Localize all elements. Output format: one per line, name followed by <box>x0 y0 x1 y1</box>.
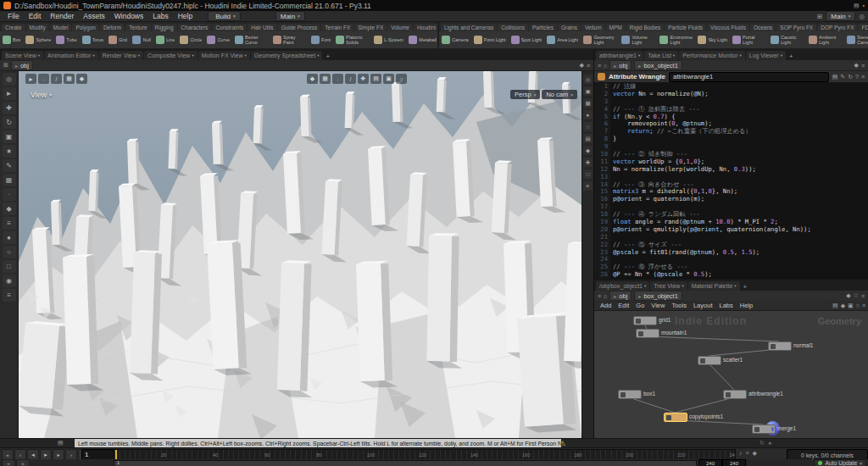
code-line[interactable]: 14// --- ③ 向き合わせ --- <box>594 181 868 189</box>
lighting-icon[interactable]: ○ <box>583 122 593 131</box>
code-line[interactable]: 24 <box>594 256 868 264</box>
shelf-tool[interactable]: Environment Light <box>657 32 695 47</box>
network-menu-item[interactable]: Tools <box>668 302 690 309</box>
shelf-tool[interactable]: Bezier Curve <box>232 32 270 47</box>
menu-item[interactable]: Edit <box>25 12 46 20</box>
snap-grid-icon[interactable]: ▦ <box>3 174 16 186</box>
wireframe-icon[interactable]: ▦ <box>583 98 593 108</box>
shelf-tab[interactable]: Terrain FX <box>321 24 353 31</box>
shelf-tab[interactable]: Houdini Agent <box>414 24 437 31</box>
settings-icon[interactable]: ≡ <box>3 289 16 302</box>
shelf-tab[interactable]: FDM <box>858 24 868 31</box>
menu-item[interactable]: Windows <box>110 12 147 20</box>
code-line[interactable]: 25// --- ⑥ 浮かせる --- <box>594 264 868 271</box>
help-icon[interactable]: ? <box>855 74 859 80</box>
shelf-tab[interactable]: Particles <box>529 24 557 31</box>
pane-tab[interactable]: Material Palette▾ <box>688 281 740 291</box>
shelf-tab[interactable]: MPM <box>606 24 626 31</box>
pane-tab[interactable]: Geometry Spreadsheet▾ <box>251 51 323 60</box>
pane-tab[interactable]: Take List▾ <box>644 51 678 60</box>
menu-icon[interactable]: ≡ <box>861 74 865 80</box>
shelf-tab[interactable]: Guide Process <box>278 24 321 31</box>
select-edges-icon[interactable]: / <box>51 74 62 84</box>
shelf-tab[interactable]: Viscous Fluids <box>707 24 749 31</box>
network-node[interactable] <box>768 341 792 351</box>
shelf-tab[interactable]: Deform <box>100 24 125 31</box>
update-mode-selector[interactable]: Auto Update▾ <box>814 459 866 466</box>
shelf-tool[interactable]: Line <box>153 32 177 47</box>
scale-tool-icon[interactable]: ▣ <box>3 130 16 143</box>
desktop-selector[interactable]: Build▾ <box>208 11 241 21</box>
code-line[interactable]: 13 <box>594 174 868 181</box>
shelf-tool[interactable]: Volume Light <box>619 32 657 47</box>
view-menu[interactable]: View▾ <box>31 91 52 99</box>
network-node[interactable] <box>752 424 776 434</box>
code-line[interactable]: 3 <box>594 98 868 106</box>
network-node[interactable] <box>664 413 687 422</box>
shelf-tool[interactable]: Font <box>309 32 333 47</box>
code-editor-icon[interactable]: ✎ <box>840 74 845 80</box>
network-menu-item[interactable]: Layout <box>690 302 716 309</box>
code-line[interactable]: 7 return; // ←これ重要（下の処理止める） <box>594 128 868 136</box>
audio-icon[interactable]: ♪ <box>739 450 743 457</box>
node-name-field[interactable]: attribwrangle1 <box>669 72 829 82</box>
shelf-tool[interactable]: Geometry Light <box>581 32 619 47</box>
shelf-tab[interactable]: Volume <box>387 24 413 31</box>
find-icon[interactable]: ○ <box>856 302 860 308</box>
edge-snap-icon[interactable]: / <box>345 74 356 84</box>
options-icon[interactable]: ≡ <box>583 181 593 191</box>
frame-view-icon[interactable]: ▣ <box>583 86 593 96</box>
network-menu-item[interactable]: Help <box>737 302 756 309</box>
pane-tab[interactable]: Tree View▾ <box>650 281 687 291</box>
shelf-tool[interactable]: Camera <box>439 32 471 47</box>
shelf-tool[interactable]: Caustic Light <box>768 32 806 47</box>
layout-icon[interactable]: ▤ <box>854 3 860 9</box>
pin-icon[interactable]: ◆ <box>580 62 584 69</box>
light-icon[interactable]: ○ <box>3 246 16 258</box>
shelf-tool[interactable]: Tube <box>53 32 79 47</box>
render-icon[interactable]: ◉ <box>3 275 16 287</box>
vex-code-editor[interactable]: 1// 法線2vector Nn = normalize(@N);34// --… <box>593 83 868 280</box>
persp-view-selector[interactable]: Persp▾ <box>510 90 540 99</box>
code-line[interactable]: 6 removepoint(0, @ptnum); <box>594 120 868 128</box>
update-icon[interactable]: ↻ <box>760 440 765 447</box>
breadcrumb[interactable]: obj <box>11 60 33 70</box>
menu-item[interactable]: Labs <box>148 12 172 20</box>
image-plane-icon[interactable]: ▣ <box>383 74 394 84</box>
network-menu-item[interactable]: Edit <box>615 302 632 309</box>
shelf-tool[interactable]: Torus <box>80 32 106 47</box>
select-tool-icon[interactable]: ► <box>3 87 16 100</box>
code-line[interactable]: 23@pscale = fit01(rand(@ptnum), 0.5, 1.5… <box>594 249 868 257</box>
snap-point-icon[interactable]: ∙ <box>3 188 16 201</box>
options-icon[interactable]: ≡ <box>746 450 749 457</box>
shelf-tool[interactable]: Grid <box>106 32 130 47</box>
code-line[interactable]: 10// --- ② 傾き制御 --- <box>594 151 868 158</box>
root-icon[interactable]: ⌂ <box>604 63 607 69</box>
shelf-tool[interactable]: Spot Light <box>509 32 545 47</box>
network-node[interactable] <box>633 316 657 325</box>
camera-selector[interactable]: No cam▾ <box>542 90 577 99</box>
list-icon[interactable]: ≡ <box>861 63 865 69</box>
code-line[interactable]: 22// --- ⑤ サイズ --- <box>594 241 868 249</box>
code-line[interactable]: 11vector worldUp = {0,1,0}; <box>594 158 868 166</box>
reset-icon[interactable]: ↻ <box>848 74 853 80</box>
rotate-tool-icon[interactable]: ↻ <box>3 116 16 129</box>
select-prims-icon[interactable]: ▦ <box>64 74 75 84</box>
new-pane-tab-icon[interactable]: + <box>741 283 750 291</box>
code-line[interactable]: 18// --- ④ ランダム回転 --- <box>594 211 868 219</box>
pose-tool-icon[interactable]: ★ <box>3 145 16 158</box>
code-line[interactable]: 26@P += Nn * (@pscale * 0.5); <box>594 271 868 279</box>
grid-icon[interactable]: ▤ <box>583 134 593 143</box>
shelf-tool[interactable]: L-System <box>371 32 406 47</box>
code-line[interactable]: 12Nn = normalize(lerp(worldUp, Nn, 0.3))… <box>594 166 868 174</box>
shelf-tab[interactable]: Polygon <box>72 24 99 31</box>
shelf-tool[interactable]: Circle <box>177 32 204 47</box>
pane-tab[interactable]: Motion FX View▾ <box>198 51 250 60</box>
shelf-tab[interactable]: Constraints <box>212 24 247 31</box>
shelf-tool[interactable]: Point Light <box>471 32 509 47</box>
menu-icon[interactable]: ≡ <box>598 293 601 299</box>
main-desktop-chip[interactable]: Main▾ <box>826 11 855 21</box>
select-objects-icon[interactable]: ► <box>25 74 36 84</box>
shelf-tab[interactable]: Vellum <box>581 24 605 31</box>
pane-tab[interactable]: Scene View▾ <box>2 51 43 60</box>
